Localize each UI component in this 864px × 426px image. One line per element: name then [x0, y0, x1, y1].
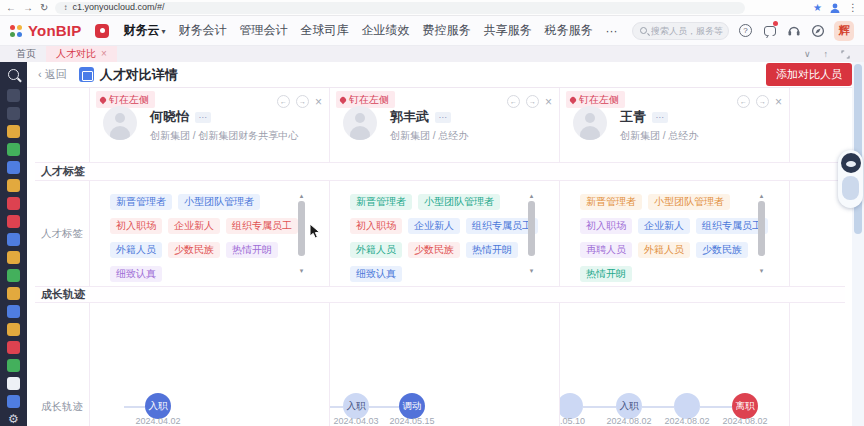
compass-icon[interactable]	[810, 23, 825, 38]
browser-menu-icon[interactable]: ⋮	[848, 2, 858, 13]
card-move-right-button[interactable]: →	[526, 95, 539, 108]
talent-tag-chip: 新晋管理者	[110, 194, 172, 210]
nav-menu-item-3[interactable]: 全球司库	[300, 22, 348, 39]
tab-1[interactable]: 人才对比×	[46, 46, 117, 62]
dock-search-icon[interactable]	[8, 69, 19, 80]
nav-menu-item-8[interactable]: ···	[605, 24, 617, 38]
browser-profile-icon[interactable]	[829, 2, 841, 14]
talent-tag-chip: 再聘人员	[580, 242, 632, 258]
card-move-left-button[interactable]: ←	[737, 95, 750, 108]
assistant-widget[interactable]	[838, 150, 863, 208]
more-actions-badge[interactable]: ⋯	[195, 112, 211, 123]
pin-badge[interactable]: 钉在左侧	[336, 91, 395, 108]
nav-menu-item-2[interactable]: 管理会计	[239, 22, 287, 39]
card-move-right-button[interactable]: →	[296, 95, 309, 108]
more-actions-badge[interactable]: ⋯	[435, 112, 451, 123]
card-move-left-button[interactable]: ←	[277, 95, 290, 108]
nav-menu-item-1[interactable]: 财务会计	[178, 22, 226, 39]
row-filler	[790, 303, 845, 426]
compare-doc-icon	[79, 67, 94, 82]
talent-tag-chip: 小型团队管理者	[418, 194, 500, 210]
dock-app-icon-12[interactable]	[7, 305, 20, 318]
dock-app-icon-14[interactable]	[7, 341, 20, 354]
talent-tags-cell: 新晋管理者小型团队管理者初入职场企业新人组织专属员工外籍人员少数民族热情开朗细致…	[90, 181, 330, 286]
user-avatar[interactable]: 辉	[834, 21, 854, 41]
expand-icon[interactable]	[841, 50, 850, 59]
pin-icon	[339, 95, 347, 103]
timeline-date: 2024.08.02	[705, 416, 785, 426]
nav-menu-item-6[interactable]: 共享服务	[483, 22, 531, 39]
search-input[interactable]	[651, 26, 723, 36]
mouse-cursor-icon	[309, 223, 321, 239]
tab-bar-actions: ∨ ↑	[804, 46, 864, 62]
arrow-up-icon[interactable]: ↑	[824, 49, 829, 59]
dock-app-icon-4[interactable]	[7, 161, 20, 174]
pin-badge[interactable]: 钉在左侧	[566, 91, 625, 108]
dock-app-icon-5[interactable]	[7, 179, 20, 192]
dock-app-icon-10[interactable]	[7, 269, 20, 282]
browser-forward-icon[interactable]: →	[23, 3, 33, 13]
tab-0[interactable]: 首页	[6, 46, 46, 62]
nav-menu-item-7[interactable]: 税务服务	[544, 22, 592, 39]
dock-app-icon-7[interactable]	[7, 215, 20, 228]
section-talent-tags: 人才标签	[35, 162, 845, 181]
card-move-left-button[interactable]: ←	[507, 95, 520, 108]
person-card: 钉在左侧←→×郭丰武⋯创新集团 / 总经办	[330, 88, 560, 162]
nav-menu-item-5[interactable]: 费控服务	[422, 22, 470, 39]
tags-scrollbar-thumb[interactable]	[528, 201, 535, 256]
browser-back-icon[interactable]: ←	[6, 3, 16, 13]
person-name: 王青	[620, 108, 646, 126]
scroll-down-icon[interactable]: ▾	[297, 267, 306, 274]
app-launcher-icon[interactable]	[95, 24, 109, 38]
dock-app-icon-16[interactable]	[7, 377, 20, 390]
message-icon[interactable]	[762, 23, 777, 38]
logo-dot	[17, 32, 22, 37]
collapse-icon[interactable]: ∨	[804, 49, 811, 59]
scroll-down-icon[interactable]: ▾	[757, 267, 766, 274]
card-close-icon[interactable]: ×	[315, 96, 322, 108]
row-label-tags: 人才标签	[35, 181, 90, 286]
dock-app-icon-13[interactable]	[7, 323, 20, 336]
dock-app-icon-9[interactable]	[7, 251, 20, 264]
tab-strip: 首页人才对比×	[6, 46, 117, 62]
dock-app-icon-2[interactable]	[7, 125, 20, 138]
help-icon[interactable]: ?	[738, 23, 753, 38]
address-bar[interactable]: ↕ c1.yonyoucloud.com/#/	[55, 2, 745, 14]
tab-close-icon[interactable]: ×	[101, 49, 107, 59]
pin-badge[interactable]: 钉在左侧	[96, 91, 155, 108]
person-card: 钉在左侧←→×何晓怡⋯创新集团 / 创新集团财务共享中心	[90, 88, 330, 162]
nav-menu-item-4[interactable]: 企业绩效	[361, 22, 409, 39]
card-close-icon[interactable]: ×	[775, 96, 782, 108]
dock-app-icon-1[interactable]	[7, 107, 20, 120]
site-info-icon[interactable]: ↕	[63, 4, 67, 12]
scroll-down-icon[interactable]: ▾	[527, 267, 536, 274]
browser-reload-icon[interactable]: ↻	[40, 3, 48, 13]
add-compare-person-button[interactable]: 添加对比人员	[766, 63, 852, 86]
more-actions-badge[interactable]: ⋯	[652, 112, 668, 123]
tags-scrollbar-thumb[interactable]	[298, 201, 305, 256]
timeline-date: 2024.04.02	[118, 416, 198, 426]
scroll-up-icon[interactable]: ▴	[757, 192, 766, 199]
bookmark-star-icon[interactable]: ★	[813, 2, 822, 13]
dock-app-icon-0[interactable]	[7, 89, 20, 102]
back-link[interactable]: ‹ 返回	[38, 67, 67, 82]
scroll-up-icon[interactable]: ▴	[527, 192, 536, 199]
timeline-connector	[700, 406, 732, 408]
tags-scrollbar-thumb[interactable]	[758, 201, 765, 256]
dock-app-icon-15[interactable]	[7, 359, 20, 372]
nav-menu-item-0[interactable]: 财务云▾	[123, 22, 165, 39]
dock-app-icon-11[interactable]	[7, 287, 20, 300]
scroll-up-icon[interactable]: ▴	[297, 192, 306, 199]
page-scrollbar-thumb[interactable]	[854, 64, 862, 234]
dock-app-icon-6[interactable]	[7, 197, 20, 210]
dock-app-icon-17[interactable]	[7, 395, 20, 408]
global-search[interactable]	[632, 22, 729, 40]
card-move-right-button[interactable]: →	[756, 95, 769, 108]
dock-app-icon-3[interactable]	[7, 143, 20, 156]
settings-gear-icon[interactable]: ⚙	[8, 413, 19, 425]
card-controls: ←→×	[737, 95, 782, 108]
card-close-icon[interactable]: ×	[545, 96, 552, 108]
dock-app-icon-8[interactable]	[7, 233, 20, 246]
headset-icon[interactable]	[786, 23, 801, 38]
person-name-row: 王青⋯	[620, 108, 668, 126]
